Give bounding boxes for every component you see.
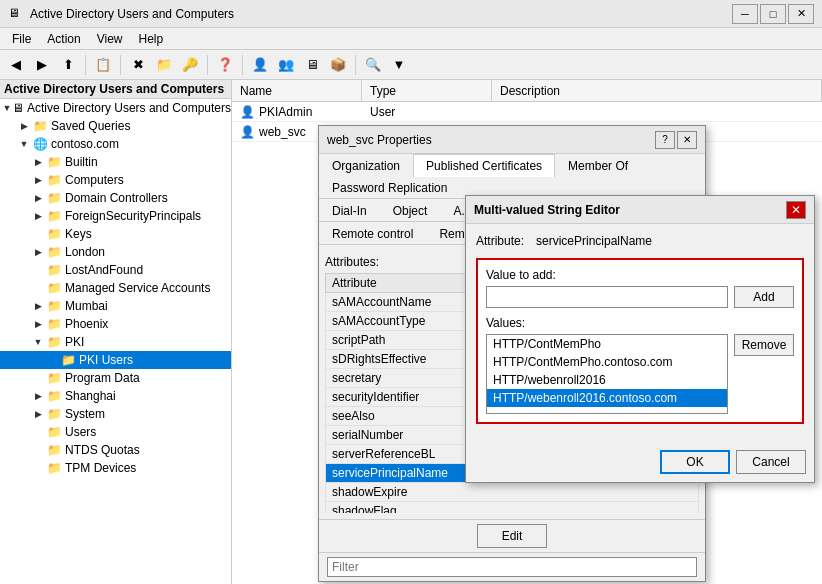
icon-phoenix: 📁 (46, 316, 62, 332)
menu-help[interactable]: Help (131, 30, 172, 48)
tab-password-replication[interactable]: Password Replication (319, 176, 460, 199)
tree-node-keys[interactable]: 📁 Keys (0, 225, 231, 243)
mv-section: Value to add: Add Values: HTTP/ContMemPh… (476, 258, 804, 424)
toolbar: ◀ ▶ ⬆ 📋 ✖ 📁 🔑 ❓ 👤 👥 🖥 📦 🔍 ▼ (0, 50, 822, 80)
props-help-button[interactable]: ? (655, 131, 675, 149)
expand-london: ▶ (30, 244, 46, 260)
tree-node-system[interactable]: ▶ 📁 System (0, 405, 231, 423)
tree-node-computers[interactable]: ▶ 📁 Computers (0, 171, 231, 189)
new-ou-button[interactable]: 📦 (326, 53, 350, 77)
mv-value-to-add-label: Value to add: (486, 268, 794, 282)
mv-values-list[interactable]: HTTP/ContMemPhoHTTP/ContMemPho.contoso.c… (486, 334, 728, 414)
app-title: Active Directory Users and Computers (30, 7, 234, 21)
menu-file[interactable]: File (4, 30, 39, 48)
tab-member-of[interactable]: Member Of (555, 154, 641, 177)
menu-action[interactable]: Action (39, 30, 88, 48)
icon-root: 🖥 (12, 100, 24, 116)
tree-node-builtin[interactable]: ▶ 📁 Builtin (0, 153, 231, 171)
new-user-button[interactable]: 👤 (248, 53, 272, 77)
tree-node-dc[interactable]: ▶ 📁 Domain Controllers (0, 189, 231, 207)
tree-node-progdata[interactable]: 📁 Program Data (0, 369, 231, 387)
app-icon: 🖥 (8, 6, 24, 22)
up-button[interactable]: ⬆ (56, 53, 80, 77)
expand-contoso: ▼ (16, 136, 32, 152)
cell-name-pkiadmin: 👤 PKIAdmin (232, 105, 362, 119)
mv-values-label: Values: (486, 316, 794, 330)
tree-node-users[interactable]: 📁 Users (0, 423, 231, 441)
filter-button[interactable]: 🔍 (361, 53, 385, 77)
mv-value-item[interactable]: HTTP/webenroll2016.contoso.com (487, 389, 727, 407)
mv-value-item[interactable]: HTTP/ContMemPho (487, 335, 727, 353)
delete-button[interactable]: ✖ (126, 53, 150, 77)
tree-node-contoso[interactable]: ▼ 🌐 contoso.com (0, 135, 231, 153)
close-button[interactable]: ✕ (788, 4, 814, 24)
menu-bar: File Action View Help (0, 28, 822, 50)
mv-dialog-buttons: OK Cancel (466, 442, 814, 482)
filter-input[interactable] (327, 557, 697, 577)
tab-remote-control[interactable]: Remote control (319, 222, 426, 245)
tree-node-root[interactable]: ▼ 🖥 Active Directory Users and Computers (0, 99, 231, 117)
tab-dial-in[interactable]: Dial-In (319, 199, 380, 222)
mv-close-button[interactable]: ✕ (786, 201, 806, 219)
mv-value-item[interactable]: HTTP/ContMemPho.contoso.com (487, 353, 727, 371)
new-group-button[interactable]: 👥 (274, 53, 298, 77)
tree-node-pki[interactable]: ▼ 📁 PKI (0, 333, 231, 351)
tree-node-ntds[interactable]: 📁 NTDS Quotas (0, 441, 231, 459)
props-close-button[interactable]: ✕ (677, 131, 697, 149)
mv-remove-button[interactable]: Remove (734, 334, 794, 356)
forward-button[interactable]: ▶ (30, 53, 54, 77)
attr-row[interactable]: shadowFlag (326, 502, 699, 514)
show-hide-btn[interactable]: 📋 (91, 53, 115, 77)
move-button[interactable]: 📁 (152, 53, 176, 77)
properties-button[interactable]: 🔑 (178, 53, 202, 77)
icon-pki: 📁 (46, 334, 62, 350)
col-description[interactable]: Description (492, 80, 822, 101)
mv-attribute-label: Attribute: (476, 234, 536, 248)
tab-object[interactable]: Object (380, 199, 441, 222)
icon-london: 📁 (46, 244, 62, 260)
icon-system: 📁 (46, 406, 62, 422)
col-name[interactable]: Name (232, 80, 362, 101)
new-computer-button[interactable]: 🖥 (300, 53, 324, 77)
tree-node-pkiusers[interactable]: 📁 PKI Users (0, 351, 231, 369)
mv-value-item[interactable]: HTTP/webenroll2016 (487, 371, 727, 389)
tree-node-saved[interactable]: ▶ 📁 Saved Queries (0, 117, 231, 135)
list-row-pkiadmin[interactable]: 👤 PKIAdmin User (232, 102, 822, 122)
icon-contoso: 🌐 (32, 136, 48, 152)
back-button[interactable]: ◀ (4, 53, 28, 77)
user-icon-pkiadmin: 👤 (240, 105, 255, 119)
mv-cancel-button[interactable]: Cancel (736, 450, 806, 474)
col-type[interactable]: Type (362, 80, 492, 101)
tree-node-tpm[interactable]: 📁 TPM Devices (0, 459, 231, 477)
attr-row[interactable]: shadowExpire (326, 483, 699, 502)
properties-title: web_svc Properties (327, 133, 432, 147)
minimize-button[interactable]: ─ (732, 4, 758, 24)
tree-node-phoenix[interactable]: ▶ 📁 Phoenix (0, 315, 231, 333)
tab-published-certs[interactable]: Published Certificates (413, 154, 555, 177)
label-saved: Saved Queries (51, 119, 130, 133)
filter-row (319, 552, 705, 581)
icon-users: 📁 (46, 424, 62, 440)
mv-ok-button[interactable]: OK (660, 450, 730, 474)
tree-node-fsp[interactable]: ▶ 📁 ForeignSecurityPrincipals (0, 207, 231, 225)
mv-value-input[interactable] (486, 286, 728, 308)
tree-node-mumbai[interactable]: ▶ 📁 Mumbai (0, 297, 231, 315)
expand-phoenix: ▶ (30, 316, 46, 332)
icon-tpm: 📁 (46, 460, 62, 476)
maximize-button[interactable]: □ (760, 4, 786, 24)
expand-keys (30, 226, 46, 242)
tree-node-shanghai[interactable]: ▶ 📁 Shanghai (0, 387, 231, 405)
label-london: London (65, 245, 105, 259)
filter-dropdown-button[interactable]: ▼ (387, 53, 411, 77)
menu-view[interactable]: View (89, 30, 131, 48)
tree-node-london[interactable]: ▶ 📁 London (0, 243, 231, 261)
tab-organization[interactable]: Organization (319, 154, 413, 177)
edit-button[interactable]: Edit (477, 524, 547, 548)
label-tpm: TPM Devices (65, 461, 136, 475)
tree-node-laf[interactable]: 📁 LostAndFound (0, 261, 231, 279)
mv-add-button[interactable]: Add (734, 286, 794, 308)
icon-dc: 📁 (46, 190, 62, 206)
tree-node-msa[interactable]: 📁 Managed Service Accounts (0, 279, 231, 297)
help-button[interactable]: ❓ (213, 53, 237, 77)
bottom-edit-row: Edit (319, 519, 705, 552)
